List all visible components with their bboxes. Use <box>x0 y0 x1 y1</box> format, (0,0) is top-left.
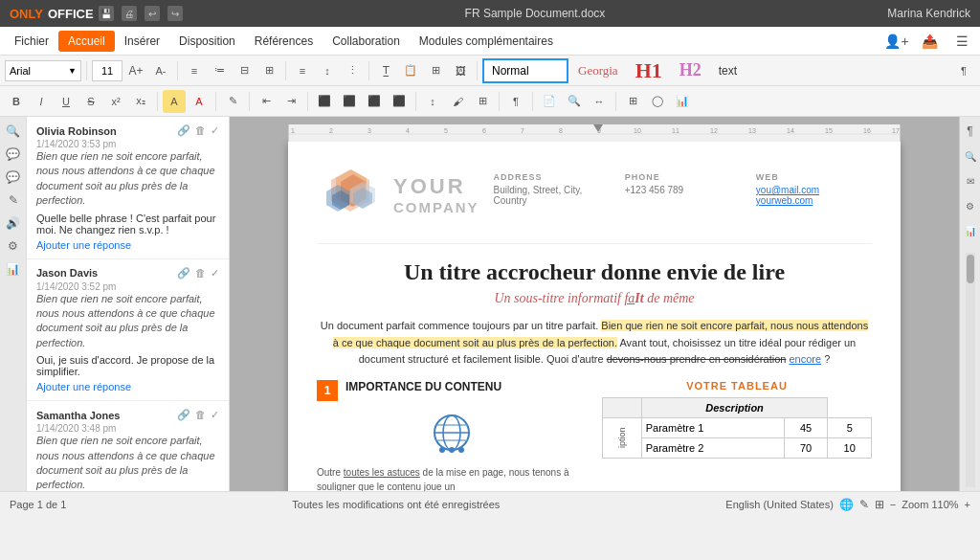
para-mark-button[interactable]: ¶ <box>952 59 975 82</box>
comment-1-reply-link[interactable]: Ajouter une réponse <box>36 239 219 251</box>
replace-button[interactable]: ↔ <box>588 90 611 113</box>
spell-check-icon[interactable]: 🌐 <box>839 498 854 511</box>
track-changes-icon[interactable]: ✎ <box>859 498 869 511</box>
nav-comment-icon[interactable]: 💬 <box>3 144 24 165</box>
italic-button[interactable]: I <box>30 90 53 113</box>
font-size-up[interactable]: A+ <box>124 59 147 82</box>
subtitle-text: Un sous-titre informatif <box>494 291 624 305</box>
menu-modules[interactable]: Modules complémentaires <box>410 31 563 52</box>
paste-button[interactable]: 📋 <box>399 59 422 82</box>
align-left-button[interactable]: ≡ <box>291 59 314 82</box>
comment-2-check-icon[interactable]: ✓ <box>211 267 219 280</box>
indent-increase-button[interactable]: ⇥ <box>279 90 302 113</box>
indent-decrease-button[interactable]: ⇤ <box>255 90 278 113</box>
zoom-out-button[interactable]: − <box>890 499 896 510</box>
scroll-thumb[interactable] <box>967 255 974 283</box>
layout-icon[interactable]: ⊞ <box>875 498 884 511</box>
comment-3-delete-icon[interactable]: 🗑 <box>195 409 206 421</box>
unordered-list-button[interactable]: ≡ <box>183 59 206 82</box>
zoom-in-button[interactable]: + <box>965 499 970 510</box>
copy-button[interactable]: 📄 <box>538 90 561 113</box>
highlight-button[interactable]: A <box>163 90 186 113</box>
add-user-button[interactable]: 👤+ <box>883 30 910 53</box>
bold-button[interactable]: B <box>5 90 28 113</box>
align-center-button[interactable]: ⬛ <box>338 90 361 113</box>
align-right-button[interactable]: ⬛ <box>363 90 386 113</box>
table-button[interactable]: ⊞ <box>621 90 644 113</box>
subscript-button[interactable]: x₂ <box>129 90 152 113</box>
justify-button[interactable]: ⬛ <box>388 90 411 113</box>
find-button[interactable]: 🔍 <box>563 90 586 113</box>
nav-track-icon[interactable]: ✎ <box>3 190 24 211</box>
comment-1-link-icon[interactable]: 🔗 <box>177 124 190 137</box>
comment-1-check-icon[interactable]: ✓ <box>211 124 219 137</box>
menu-references[interactable]: Références <box>245 31 323 52</box>
comment-3-check-icon[interactable]: ✓ <box>211 409 219 421</box>
font-size-input[interactable] <box>92 60 122 81</box>
shape-button[interactable]: ◯ <box>646 90 669 113</box>
astuces-underline: toutes les astuces <box>344 467 420 478</box>
table-row1-val2: 5 <box>828 417 872 437</box>
superscript-button[interactable]: x² <box>104 90 127 113</box>
menu-accueil[interactable]: Accueil <box>58 31 115 52</box>
copy-style-button[interactable]: ✎ <box>221 90 244 113</box>
borders-button[interactable]: ⊞ <box>471 90 494 113</box>
page-break-button[interactable]: ⊞ <box>424 59 447 82</box>
comment-3-link-icon[interactable]: 🔗 <box>177 409 190 421</box>
font-color-button[interactable]: A <box>188 90 211 113</box>
comment-2-reply-link[interactable]: Ajouter une réponse <box>36 381 219 392</box>
h2-style-item[interactable]: H2 <box>672 58 709 83</box>
comment-3-date: 1/14/2020 3:48 pm <box>36 423 219 434</box>
font-size-down[interactable]: A- <box>149 59 172 82</box>
menu-collaboration[interactable]: Collaboration <box>323 31 410 52</box>
chart-button[interactable]: 📊 <box>671 90 694 113</box>
right-chart-icon[interactable]: 📊 <box>960 220 981 241</box>
georgia-style-item[interactable]: Georgia <box>570 58 626 83</box>
underline-button[interactable]: U <box>55 90 78 113</box>
separator6 <box>157 92 158 111</box>
font-name-selector[interactable]: Arial ▼ <box>5 60 81 81</box>
line-spacing-button[interactable]: ↕ <box>421 90 444 113</box>
nonprinting-button[interactable]: ¶ <box>504 90 527 113</box>
list-style-button[interactable]: ⊟ <box>233 59 256 82</box>
share-button[interactable]: 📤 <box>916 30 943 53</box>
nav-search-icon[interactable]: 🔍 <box>3 121 24 142</box>
table-row-label: iption <box>603 417 642 458</box>
menu-button[interactable]: ☰ <box>948 30 975 53</box>
picture-button[interactable]: 🖼 <box>449 59 472 82</box>
normal-style-box[interactable]: Normal <box>482 58 568 83</box>
h1-style-item[interactable]: H1 <box>628 58 670 83</box>
text-style-item[interactable]: text <box>711 58 745 83</box>
ordered-list-button[interactable]: ≔ <box>208 59 231 82</box>
list-indent-button[interactable]: ⊞ <box>257 59 280 82</box>
undo-icon[interactable]: ↩ <box>145 6 160 21</box>
nav-chart-icon[interactable]: 📊 <box>3 258 24 280</box>
right-para-icon[interactable]: ¶ <box>960 121 981 142</box>
save-icon[interactable]: 💾 <box>99 6 114 21</box>
comment-2-delete-icon[interactable]: 🗑 <box>195 267 206 280</box>
language-selector[interactable]: English (United States) <box>725 499 834 510</box>
right-zoom-icon[interactable]: 🔍 <box>960 146 981 167</box>
font-dropdown-icon[interactable]: ▼ <box>68 66 77 76</box>
nav-settings-icon[interactable]: ⚙ <box>3 235 24 257</box>
scroll-track[interactable] <box>966 253 975 487</box>
right-settings-icon[interactable]: ⚙ <box>960 195 981 216</box>
print-icon[interactable]: 🖨 <box>122 6 137 21</box>
right-email-icon[interactable]: ✉ <box>960 170 981 191</box>
nav-audio-icon[interactable]: 🔊 <box>3 213 24 234</box>
column-button[interactable]: ⋮ <box>341 59 364 82</box>
strikethrough-button[interactable]: S <box>79 90 102 113</box>
para-background-button[interactable]: 🖌 <box>446 90 469 113</box>
menu-fichier[interactable]: Fichier <box>5 31 58 52</box>
menu-disposition[interactable]: Disposition <box>169 31 245 52</box>
sort-button[interactable]: ↕ <box>316 59 339 82</box>
nav-chat-icon[interactable]: 💬 <box>3 167 24 188</box>
align-left-button2[interactable]: ⬛ <box>313 90 336 113</box>
link-encore[interactable]: encore <box>789 353 821 365</box>
comment-1-delete-icon[interactable]: 🗑 <box>195 124 206 137</box>
clear-format-button[interactable]: T̲ <box>374 59 397 82</box>
menu-inserer[interactable]: Insérer <box>115 31 169 52</box>
address-label: ADDRESS <box>494 172 610 182</box>
redo-icon[interactable]: ↪ <box>167 6 183 21</box>
comment-2-link-icon[interactable]: 🔗 <box>177 267 190 280</box>
